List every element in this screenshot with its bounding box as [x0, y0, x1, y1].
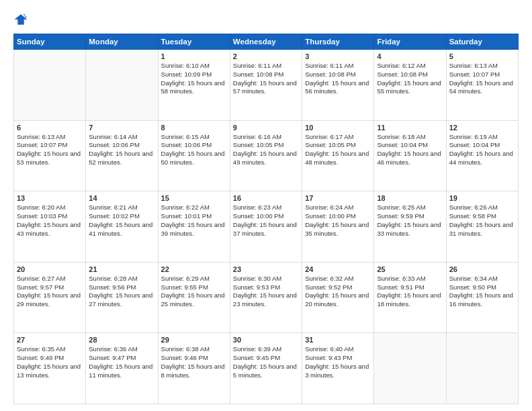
day-number: 15	[161, 194, 227, 202]
sunrise-text: Sunrise: 6:24 AM	[305, 203, 353, 211]
cell-content: Sunrise: 6:38 AMSunset: 9:46 PMDaylight:…	[161, 345, 227, 379]
day-number: 19	[449, 194, 515, 202]
sunset-text: Sunset: 9:52 PM	[305, 283, 352, 291]
sunset-text: Sunset: 9:46 PM	[161, 354, 208, 361]
sunrise-text: Sunrise: 6:39 AM	[233, 345, 281, 353]
day-number: 12	[449, 124, 515, 132]
day-number: 1	[161, 52, 227, 60]
daylight-text: Daylight: 15 hours and 48 minutes.	[305, 150, 369, 166]
sunset-text: Sunset: 10:08 PM	[233, 71, 284, 78]
sunrise-text: Sunrise: 6:10 AM	[161, 62, 210, 69]
daylight-text: Daylight: 15 hours and 44 minutes.	[449, 150, 513, 166]
day-number: 31	[305, 336, 371, 344]
day-number: 10	[305, 124, 371, 132]
cell-content: Sunrise: 6:11 AMSunset: 10:08 PMDaylight…	[305, 62, 371, 96]
calendar-day-header: Thursday	[302, 34, 374, 50]
sunrise-text: Sunrise: 6:22 AM	[161, 203, 210, 211]
sunrise-text: Sunrise: 6:14 AM	[89, 133, 137, 140]
calendar-table: SundayMondayTuesdayWednesdayThursdayFrid…	[13, 34, 519, 404]
daylight-text: Daylight: 15 hours and 5 minutes.	[233, 363, 297, 379]
daylight-text: Daylight: 15 hours and 33 minutes.	[377, 221, 441, 237]
cell-content: Sunrise: 6:32 AMSunset: 9:52 PMDaylight:…	[305, 275, 371, 309]
day-number: 18	[377, 194, 443, 202]
calendar-cell: 23Sunrise: 6:30 AMSunset: 9:53 PMDayligh…	[230, 262, 302, 333]
calendar-cell: 2Sunrise: 6:11 AMSunset: 10:08 PMDayligh…	[230, 50, 302, 121]
daylight-text: Daylight: 15 hours and 46 minutes.	[377, 150, 441, 166]
calendar-cell: 10Sunrise: 6:17 AMSunset: 10:05 PMDaylig…	[302, 120, 374, 191]
cell-content: Sunrise: 6:25 AMSunset: 9:59 PMDaylight:…	[377, 203, 443, 238]
daylight-text: Daylight: 15 hours and 25 minutes.	[161, 291, 225, 308]
cell-content: Sunrise: 6:33 AMSunset: 9:51 PMDaylight:…	[377, 275, 443, 309]
day-number: 11	[377, 124, 443, 132]
day-number: 7	[89, 124, 154, 132]
calendar-cell: 6Sunrise: 6:13 AMSunset: 10:07 PMDayligh…	[14, 120, 86, 191]
calendar-cell: 30Sunrise: 6:39 AMSunset: 9:45 PMDayligh…	[230, 333, 302, 404]
cell-content: Sunrise: 6:26 AMSunset: 9:58 PMDaylight:…	[449, 203, 515, 238]
cell-content: Sunrise: 6:29 AMSunset: 9:55 PMDaylight:…	[161, 275, 227, 309]
page: SundayMondayTuesdayWednesdayThursdayFrid…	[0, 0, 532, 411]
sunrise-text: Sunrise: 6:19 AM	[449, 133, 498, 140]
daylight-text: Daylight: 15 hours and 11 minutes.	[89, 363, 152, 379]
sunset-text: Sunset: 9:45 PM	[233, 354, 280, 361]
sunrise-text: Sunrise: 6:21 AM	[89, 203, 137, 211]
calendar-cell: 1Sunrise: 6:10 AMSunset: 10:09 PMDayligh…	[158, 50, 230, 121]
day-number: 2	[233, 52, 299, 60]
sunrise-text: Sunrise: 6:28 AM	[89, 275, 137, 282]
daylight-text: Daylight: 15 hours and 54 minutes.	[449, 79, 513, 95]
sunset-text: Sunset: 10:00 PM	[233, 212, 284, 220]
day-number: 20	[17, 265, 83, 273]
cell-content: Sunrise: 6:16 AMSunset: 10:05 PMDaylight…	[233, 133, 299, 167]
sunset-text: Sunset: 9:59 PM	[377, 212, 424, 220]
daylight-text: Daylight: 15 hours and 37 minutes.	[233, 221, 297, 237]
day-number: 13	[17, 194, 83, 202]
calendar-cell: 15Sunrise: 6:22 AMSunset: 10:01 PMDaylig…	[158, 191, 230, 263]
logo	[13, 12, 31, 27]
cell-content: Sunrise: 6:39 AMSunset: 9:45 PMDaylight:…	[233, 345, 299, 379]
daylight-text: Daylight: 15 hours and 3 minutes.	[305, 363, 369, 379]
sunrise-text: Sunrise: 6:36 AM	[89, 345, 137, 353]
daylight-text: Daylight: 15 hours and 29 minutes.	[17, 291, 81, 308]
daylight-text: Daylight: 15 hours and 13 minutes.	[17, 363, 81, 379]
day-number: 4	[377, 52, 443, 60]
calendar-cell: 12Sunrise: 6:19 AMSunset: 10:04 PMDaylig…	[446, 120, 518, 191]
sunset-text: Sunset: 10:00 PM	[305, 212, 356, 220]
cell-content: Sunrise: 6:35 AMSunset: 9:49 PMDaylight:…	[17, 345, 83, 379]
sunrise-text: Sunrise: 6:40 AM	[305, 345, 353, 353]
day-number: 16	[233, 194, 299, 202]
day-number: 22	[161, 265, 227, 273]
calendar-cell: 8Sunrise: 6:15 AMSunset: 10:06 PMDayligh…	[158, 120, 230, 191]
header	[13, 12, 519, 27]
calendar-cell: 9Sunrise: 6:16 AMSunset: 10:05 PMDayligh…	[230, 120, 302, 191]
cell-content: Sunrise: 6:28 AMSunset: 9:56 PMDaylight:…	[89, 275, 154, 309]
cell-content: Sunrise: 6:18 AMSunset: 10:04 PMDaylight…	[377, 133, 443, 167]
daylight-text: Daylight: 15 hours and 57 minutes.	[233, 79, 297, 95]
calendar-cell: 7Sunrise: 6:14 AMSunset: 10:06 PMDayligh…	[86, 120, 158, 191]
sunset-text: Sunset: 9:47 PM	[89, 354, 136, 361]
sunrise-text: Sunrise: 6:20 AM	[17, 203, 65, 211]
daylight-text: Daylight: 15 hours and 39 minutes.	[161, 221, 225, 237]
calendar-day-header: Tuesday	[158, 34, 230, 50]
cell-content: Sunrise: 6:22 AMSunset: 10:01 PMDaylight…	[161, 203, 227, 238]
calendar-cell	[374, 333, 446, 404]
calendar-cell: 24Sunrise: 6:32 AMSunset: 9:52 PMDayligh…	[302, 262, 374, 333]
sunrise-text: Sunrise: 6:12 AM	[377, 62, 425, 69]
calendar-cell: 25Sunrise: 6:33 AMSunset: 9:51 PMDayligh…	[374, 262, 446, 333]
calendar-cell: 20Sunrise: 6:27 AMSunset: 9:57 PMDayligh…	[14, 262, 86, 333]
calendar-cell: 11Sunrise: 6:18 AMSunset: 10:04 PMDaylig…	[374, 120, 446, 191]
daylight-text: Daylight: 15 hours and 49 minutes.	[233, 150, 297, 166]
sunrise-text: Sunrise: 6:11 AM	[233, 62, 281, 69]
day-number: 14	[89, 194, 154, 202]
cell-content: Sunrise: 6:27 AMSunset: 9:57 PMDaylight:…	[17, 275, 83, 309]
calendar-cell: 26Sunrise: 6:34 AMSunset: 9:50 PMDayligh…	[446, 262, 518, 333]
calendar-cell: 31Sunrise: 6:40 AMSunset: 9:43 PMDayligh…	[302, 333, 374, 404]
daylight-text: Daylight: 15 hours and 8 minutes.	[161, 363, 225, 379]
day-number: 3	[305, 52, 371, 60]
calendar-week-row: 1Sunrise: 6:10 AMSunset: 10:09 PMDayligh…	[14, 50, 519, 121]
sunset-text: Sunset: 10:02 PM	[89, 212, 140, 220]
sunrise-text: Sunrise: 6:15 AM	[161, 133, 210, 140]
sunrise-text: Sunrise: 6:35 AM	[17, 345, 65, 353]
sunrise-text: Sunrise: 6:11 AM	[305, 62, 353, 69]
sunset-text: Sunset: 10:08 PM	[305, 71, 356, 78]
calendar-cell: 22Sunrise: 6:29 AMSunset: 9:55 PMDayligh…	[158, 262, 230, 333]
cell-content: Sunrise: 6:11 AMSunset: 10:08 PMDaylight…	[233, 62, 299, 96]
